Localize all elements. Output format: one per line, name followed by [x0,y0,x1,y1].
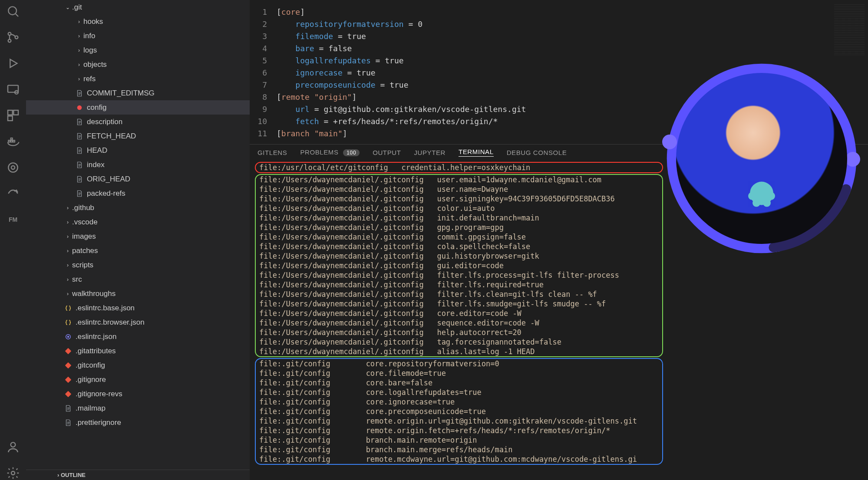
file-orig-head[interactable]: ORIG_HEAD [26,172,250,186]
file-index[interactable]: index [26,158,250,172]
chevron-right-icon: › [63,276,72,283]
tree-item-label: COMMIT_EDITMSG [87,89,155,98]
folder--vscode[interactable]: ›.vscode [26,215,250,229]
accounts-icon[interactable] [6,440,20,454]
source-control-icon[interactable] [6,30,20,44]
file-tree: ⌄.git›hooks›info›logs›objects›refsCOMMIT… [26,0,250,470]
file-head[interactable]: HEAD [26,143,250,158]
terminal-line: file:/Users/dwaynemcdaniel/.gitconfig gu… [259,251,659,261]
file-description[interactable]: description [26,115,250,129]
terminal-line: file:.git/config core.precomposeunicode=… [259,407,659,416]
folder-objects[interactable]: ›objects [26,57,250,72]
line-number: 9 [250,103,277,115]
breadcrumbs[interactable] [250,0,868,3]
folder-scripts[interactable]: ›scripts [26,258,250,272]
terminal-line: file:/Users/dwaynemcdaniel/.gitconfig in… [259,213,659,223]
file-lines-icon [75,190,84,197]
svg-point-17 [11,442,16,447]
json-icon [63,304,73,312]
problems-badge: 100 [343,149,360,156]
svg-rect-23 [65,362,72,368]
chevron-right-icon: › [63,291,72,297]
terminal-line: file:/Users/dwaynemcdaniel/.gitconfig co… [259,204,659,213]
file-lines-icon [75,147,84,155]
file-lines-icon [63,404,73,412]
terminal-line: file:/Users/dwaynemcdaniel/.gitconfig gp… [259,223,659,232]
file--prettierignore[interactable]: .prettierignore [26,415,250,430]
editor-line[interactable]: 2 repositoryformatversion = 0 [250,18,868,30]
file-red-icon [75,104,84,112]
file--eslintrc-base-json[interactable]: .eslintrc.base.json [26,301,250,315]
editor-line[interactable]: 1[core] [250,6,868,18]
terminal-line: file:.git/config core.repositoryformatve… [259,359,659,368]
fm-icon[interactable]: FM [6,213,20,227]
run-debug-icon[interactable] [6,56,20,70]
chevron-right-icon: › [75,76,83,82]
folder-logs[interactable]: ›logs [26,43,250,57]
live-share-icon[interactable] [6,187,20,201]
line-number: 1 [250,6,277,18]
file--eslintrc-json[interactable]: .eslintrc.json [26,329,250,344]
folder-hooks[interactable]: ›hooks [26,14,250,29]
editor-line[interactable]: 3 filemode = true [250,30,868,43]
minimap[interactable] [834,4,865,56]
file--eslintrc-browser-json[interactable]: .eslintrc.browser.json [26,315,250,329]
terminal-line: file:/Users/dwaynemcdaniel/.gitconfig fi… [259,299,659,309]
settings-gear-icon[interactable] [6,466,20,480]
extensions-icon[interactable] [6,108,20,122]
outline-section[interactable]: › OUTLINE [26,470,250,480]
folder-refs[interactable]: ›refs [26,72,250,86]
search-icon[interactable] [6,4,20,18]
tree-item-label: ORIG_HEAD [87,175,130,184]
file--mailmap[interactable]: .mailmap [26,401,250,415]
folder-images[interactable]: ›images [26,229,250,243]
activity-bar: FM [0,0,26,480]
terminal-line: file:.git/config remote.mcdwayne.url=git… [259,454,659,464]
terminal-line: file:/Users/dwaynemcdaniel/.gitconfig co… [259,242,659,251]
file-config[interactable]: config [26,100,250,115]
folder-walkthroughs[interactable]: ›walkthroughs [26,286,250,301]
file--gitattributes[interactable]: .gitattributes [26,344,250,358]
terminal-line: file:/Users/dwaynemcdaniel/.gitconfig gu… [259,261,659,270]
tab-problems[interactable]: PROBLEMS 100 [300,148,360,156]
file-fetch-head[interactable]: FETCH_HEAD [26,129,250,143]
file-packed-refs[interactable]: packed-refs [26,186,250,201]
line-number: 11 [250,128,277,140]
svg-rect-9 [13,110,18,115]
svg-point-21 [67,335,69,338]
tab-gitlens[interactable]: GITLENS [257,149,287,156]
tab-terminal[interactable]: TERMINAL [459,148,494,157]
git-red-icon [63,347,73,355]
folder--github[interactable]: ›.github [26,201,250,215]
gitlens-icon[interactable] [6,161,20,174]
folder--git[interactable]: ⌄.git [26,0,250,14]
tree-item-label: .mailmap [76,404,106,413]
tree-item-label: description [87,118,122,126]
folder-info[interactable]: ›info [26,29,250,43]
terminal-line: file:/Users/dwaynemcdaniel/.gitconfig ta… [259,337,659,347]
tree-item-label: .eslintrc.browser.json [76,318,145,327]
terminal-line: file:/Users/dwaynemcdaniel/.gitconfig he… [259,328,659,337]
folder-patches[interactable]: ›patches [26,243,250,258]
file--gitconfig[interactable]: .gitconfig [26,358,250,372]
tab-debug-console[interactable]: DEBUG CONSOLE [507,149,567,156]
line-code: logallrefupdates = true [277,55,404,67]
editor-line[interactable]: 4 bare = false [250,43,868,55]
file--gitignore[interactable]: .gitignore [26,372,250,387]
remote-explorer-icon[interactable] [6,82,20,96]
line-code: fetch = +refs/heads/*:refs/remotes/origi… [277,115,498,128]
tree-item-label: scripts [72,261,93,270]
file--gitignore-revs[interactable]: .gitignore-revs [26,387,250,401]
git-red-icon [63,362,73,369]
tree-item-label: .gitignore [76,375,106,384]
tab-jupyter[interactable]: JUPYTER [414,149,446,156]
folder-src[interactable]: ›src [26,272,250,286]
tree-item-label: FETCH_HEAD [87,132,136,141]
line-code: repositoryformatversion = 0 [277,18,422,30]
git-red-icon [63,376,73,384]
tab-output[interactable]: OUTPUT [373,149,401,156]
file-commit-editmsg[interactable]: COMMIT_EDITMSG [26,86,250,100]
docker-icon[interactable] [6,135,20,148]
chevron-right-icon: › [75,19,83,25]
line-number: 3 [250,30,277,43]
